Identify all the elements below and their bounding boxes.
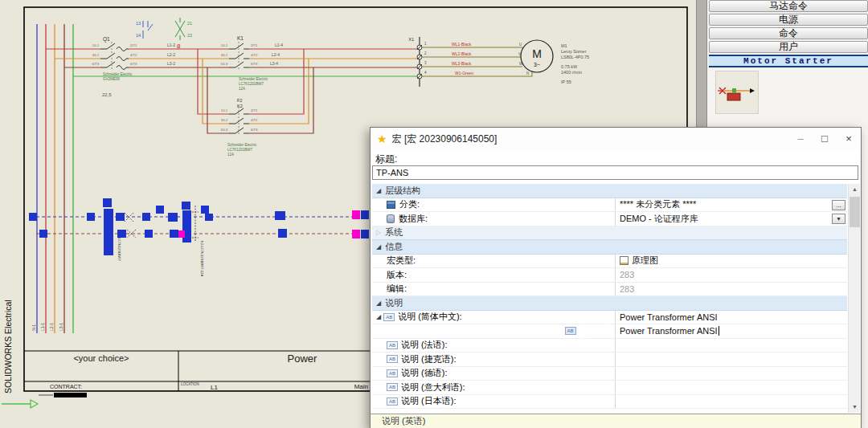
svg-text:L2-1: L2-1 xyxy=(49,323,54,331)
svg-text:L1-4: L1-4 xyxy=(275,43,283,47)
status-description-bar: 说明 (英语) xyxy=(371,414,861,428)
close-button[interactable]: × xyxy=(837,130,861,148)
ab-translate-icon: AB xyxy=(383,313,395,321)
contract-label: CONTRACT: xyxy=(50,384,82,389)
scrollbar-thumb[interactable] xyxy=(850,197,860,227)
palette-group-power[interactable]: 电源 xyxy=(709,14,868,26)
title-input[interactable]: TP-ANS xyxy=(372,165,858,180)
row-desc-german[interactable]: AB说明 (德语): xyxy=(372,367,847,381)
svg-text:M1: M1 xyxy=(561,43,567,48)
expander-icon[interactable]: ◢ xyxy=(376,313,381,320)
crossref-symbols: 13 14 21 22 8 xyxy=(136,18,192,50)
scroll-down-icon[interactable]: ▼ xyxy=(849,402,861,413)
row-edit[interactable]: 编辑: 283 xyxy=(372,283,847,297)
breaker-q1: Q1 1/L1 3/L2 6/T3 2/T1 4/T2 6/T3 Schneid… xyxy=(46,36,137,97)
motor-m1: M 3~ U V W N M1 Leroy Somer LS80L-4P0.75… xyxy=(518,40,589,84)
ab-translate-icon: AB xyxy=(387,341,398,349)
svg-text:V: V xyxy=(518,52,521,56)
svg-text:X1: X1 xyxy=(408,37,414,42)
row-desc-japanese[interactable]: AB说明 (日本语): xyxy=(372,395,847,410)
selection-grips[interactable] xyxy=(29,198,369,255)
svg-text:WL1-Black: WL1-Black xyxy=(452,42,472,47)
selected-control-circuit[interactable]: LC7K1201BW7 K2-LC7K1201BW7-12A xyxy=(29,198,369,276)
ab-translate-icon: AB xyxy=(565,327,576,335)
svg-text:3/L2: 3/L2 xyxy=(221,118,228,122)
database-icon xyxy=(387,214,395,223)
svg-text:12A: 12A xyxy=(227,153,234,157)
svg-text:2/T1: 2/T1 xyxy=(130,43,137,47)
section-description[interactable]: ◢ 说明 xyxy=(372,296,847,311)
svg-text:LC7K1201BW7: LC7K1201BW7 xyxy=(239,82,264,86)
row-desc-french[interactable]: AB说明 (法语): xyxy=(372,339,847,353)
svg-text:6/T3: 6/T3 xyxy=(251,128,258,132)
dialog-titlebar[interactable]: ★ 宏 [宏 20230906145050] – □ × xyxy=(371,128,861,150)
application-window: <your choice> Power CONTRACT: LOCATION L… xyxy=(0,0,868,428)
svg-text:12A: 12A xyxy=(239,87,245,91)
svg-text:6/T3: 6/T3 xyxy=(92,62,100,66)
svg-text:W1-Green: W1-Green xyxy=(455,71,473,75)
maximize-button[interactable]: □ xyxy=(813,130,837,148)
svg-text:1/L1: 1/L1 xyxy=(221,108,228,112)
bus-labels: N-1 L1-1 L2-1 L3-1 xyxy=(31,323,63,331)
ab-translate-icon: AB xyxy=(387,383,398,391)
power-bus-lines xyxy=(37,24,73,333)
expander-icon: ◢ xyxy=(376,300,381,307)
svg-text:L2-2: L2-2 xyxy=(167,52,175,57)
macro-thumbnail-image xyxy=(716,71,758,113)
svg-text:LS80L-4P0.75: LS80L-4P0.75 xyxy=(561,55,589,59)
svg-text:1400 r/min: 1400 r/min xyxy=(561,70,582,75)
section-info[interactable]: ◢ 信息 xyxy=(372,240,847,255)
svg-text:4/T2: 4/T2 xyxy=(251,118,258,122)
svg-text:22,5: 22,5 xyxy=(102,92,112,97)
svg-text:U: U xyxy=(519,43,522,47)
svg-text:Schneider Electric: Schneider Electric xyxy=(227,143,257,147)
palette-group-commands[interactable]: 命令 xyxy=(709,27,868,39)
contactor-k2: F2 K2 1/L1 3/L2 5/L3 2/T1 4/T2 6/T3 Schn… xyxy=(221,98,258,157)
svg-text:K2: K2 xyxy=(237,104,243,108)
svg-text:Schneider Electric: Schneider Electric xyxy=(239,77,268,81)
row-classification[interactable]: 分类: **** 未分类元素 **** ... xyxy=(372,198,847,213)
svg-text:1: 1 xyxy=(424,42,427,46)
dropdown-button[interactable]: ▾ xyxy=(832,214,845,224)
bottom-annotations xyxy=(2,393,87,408)
minimize-button[interactable]: – xyxy=(788,130,813,148)
scroll-up-icon[interactable]: ▲ xyxy=(849,184,861,195)
text-caret xyxy=(719,326,719,336)
titleblock-left-title: <your choice> xyxy=(73,353,129,363)
row-desc-czech[interactable]: AB说明 (捷克语): xyxy=(372,353,847,367)
svg-text:5/L3: 5/L3 xyxy=(221,62,228,66)
browse-button[interactable]: ... xyxy=(832,200,845,210)
svg-text:3/L2: 3/L2 xyxy=(92,53,100,57)
svg-text:21: 21 xyxy=(187,21,192,26)
svg-text:1/L1: 1/L1 xyxy=(92,43,100,47)
section-hierarchy[interactable]: ◢ 层级结构 xyxy=(372,184,847,198)
row-desc-italian[interactable]: AB说明 (意大利语): xyxy=(372,381,847,395)
ab-translate-icon: AB xyxy=(387,355,398,363)
svg-text:F2: F2 xyxy=(237,98,242,103)
svg-text:4: 4 xyxy=(424,71,427,75)
grid-scrollbar[interactable]: ▲ ▼ xyxy=(848,184,860,413)
palette-group-motor-starter-active[interactable]: Motor Starter xyxy=(709,55,868,67)
svg-text:Q1: Q1 xyxy=(103,36,110,43)
svg-text:3/L2: 3/L2 xyxy=(221,53,228,57)
row-database[interactable]: 数据库: DEMO - 论证程序库 ▾ xyxy=(372,212,847,226)
palette-group-motor-commands[interactable]: 马达命令 xyxy=(709,0,868,12)
svg-text:Leroy Somer: Leroy Somer xyxy=(561,49,587,54)
svg-text:LC7K1201BW7: LC7K1201BW7 xyxy=(227,148,253,152)
svg-text:Schneider Electric: Schneider Electric xyxy=(103,72,133,76)
section-system[interactable]: ▷ 系统 xyxy=(372,226,847,241)
svg-text:6/T3: 6/T3 xyxy=(251,62,258,66)
svg-text:22: 22 xyxy=(187,33,192,38)
svg-text:WL2-Black: WL2-Black xyxy=(452,51,472,56)
svg-text:6/T3: 6/T3 xyxy=(130,62,137,66)
row-desc-english-selected[interactable]: AB说明 (英语): Power Transformer ANSI xyxy=(372,324,847,339)
macro-thumbnail[interactable] xyxy=(715,71,759,114)
macro-properties-dialog: ★ 宏 [宏 20230906145050] – □ × 标题: TP-ANS … xyxy=(370,127,862,428)
row-version[interactable]: 版本: 283 xyxy=(372,268,847,283)
ab-translate-icon: AB xyxy=(387,397,398,406)
palette-group-user[interactable]: 用户 xyxy=(709,41,868,53)
solidworks-side-text: SOLIDWORKS Electrical xyxy=(3,300,13,393)
svg-text:3~: 3~ xyxy=(534,62,540,67)
title-field-label: 标题: xyxy=(375,153,397,166)
row-macro-type[interactable]: 宏类型: 原理图 xyxy=(372,255,847,269)
